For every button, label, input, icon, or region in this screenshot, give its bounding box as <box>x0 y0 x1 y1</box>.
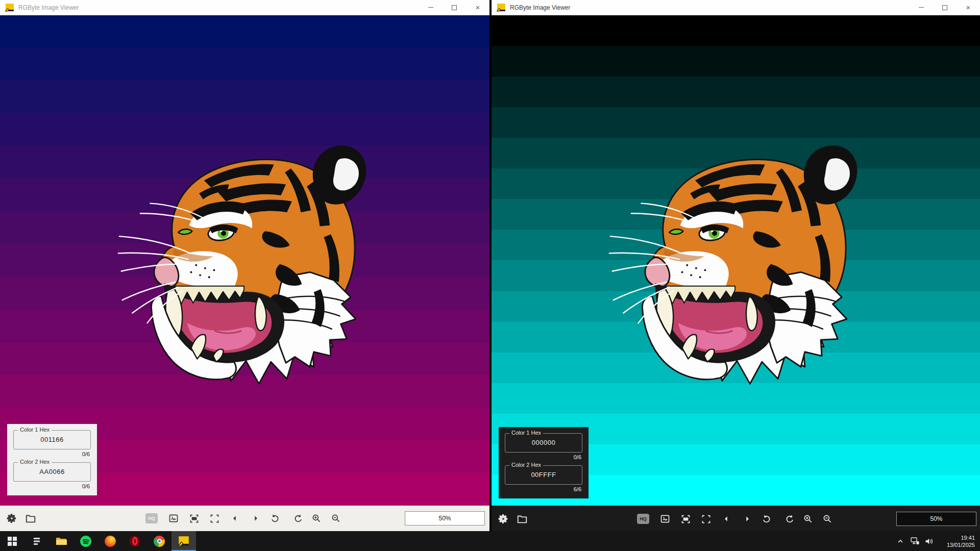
task-view-icon <box>32 537 41 546</box>
color2-char-counter: 6/6 <box>505 486 581 492</box>
next-button[interactable] <box>741 512 754 525</box>
maximize-button[interactable] <box>443 0 466 15</box>
minimize-button[interactable] <box>419 0 443 15</box>
volume-button[interactable] <box>922 531 936 551</box>
opera-button[interactable] <box>122 531 147 551</box>
fit-width-icon <box>189 513 200 524</box>
color2-hex-input[interactable]: AA0066 <box>14 468 90 475</box>
zoom-level-input[interactable]: 50% <box>405 511 485 525</box>
rgbyte-viewer-taskbar-button[interactable] <box>172 531 196 551</box>
titlebar-left[interactable]: RGByte Image Viewer × <box>0 0 489 15</box>
color2-char-counter: 0/6 <box>13 483 90 489</box>
fit-width-icon <box>680 514 691 524</box>
hq-toggle-button[interactable]: HQ <box>145 512 158 525</box>
folder-icon <box>25 513 36 524</box>
rotate-ccw-button[interactable] <box>268 512 282 525</box>
zoom-in-button[interactable] <box>310 512 323 525</box>
open-folder-button[interactable] <box>516 512 529 525</box>
chrome-icon <box>154 536 165 547</box>
image-viewport-left[interactable]: Color 1 Hex 001166 0/6 Color 2 Hex AA006… <box>0 15 489 506</box>
rgbyte-app-icon <box>178 536 189 546</box>
clock[interactable]: 19:41 13/01/2025 <box>939 534 975 548</box>
previous-button[interactable] <box>228 512 241 525</box>
image-info-button[interactable] <box>167 512 180 525</box>
taskbar: 19:41 13/01/2025 <box>0 531 980 551</box>
zoom-out-button[interactable] <box>329 512 342 525</box>
color1-hex-field[interactable]: Color 1 Hex 000000 <box>505 433 582 453</box>
zoom-in-button[interactable] <box>801 512 815 525</box>
zoom-out-icon <box>822 514 832 524</box>
zoom-out-button[interactable] <box>821 512 834 525</box>
color-panel-left: Color 1 Hex 001166 0/6 Color 2 Hex AA006… <box>7 424 97 495</box>
color2-hex-field[interactable]: Color 2 Hex AA0066 <box>13 462 91 482</box>
rotate-ccw-button[interactable] <box>760 512 773 525</box>
hq-toggle-button[interactable]: HQ <box>636 512 650 525</box>
start-button[interactable] <box>0 531 24 551</box>
color2-hex-input[interactable]: 00FFFF <box>505 471 582 479</box>
tray-overflow-button[interactable] <box>893 531 908 551</box>
settings-button[interactable] <box>497 512 510 525</box>
color1-hex-input[interactable]: 001166 <box>14 436 90 443</box>
firefox-button[interactable] <box>98 531 122 551</box>
gear-icon <box>6 513 17 524</box>
color2-hex-label: Color 2 Hex <box>18 459 52 465</box>
color1-char-counter: 0/6 <box>505 454 581 460</box>
image-info-button[interactable] <box>658 512 672 525</box>
file-explorer-button[interactable] <box>49 531 74 551</box>
fit-width-button[interactable] <box>187 512 201 525</box>
color1-hex-label: Color 1 Hex <box>509 430 543 436</box>
toolbar-right: HQ 50% <box>492 506 980 531</box>
fullscreen-button[interactable] <box>208 512 221 525</box>
zoom-in-icon <box>311 513 322 523</box>
maximize-icon <box>452 5 457 10</box>
chevron-right-icon <box>744 515 751 522</box>
close-button[interactable]: × <box>957 0 980 15</box>
rotate-cw-button[interactable] <box>291 512 305 525</box>
close-button[interactable]: × <box>466 0 489 15</box>
image-viewport-right[interactable]: Color 1 Hex 000000 0/6 Color 2 Hex 00FFF… <box>492 15 980 506</box>
task-view-button[interactable] <box>24 531 49 551</box>
spotify-button[interactable] <box>74 531 98 551</box>
next-button[interactable] <box>249 512 262 525</box>
color1-hex-input[interactable]: 000000 <box>505 439 582 446</box>
rotate-cw-button[interactable] <box>783 512 796 525</box>
file-explorer-icon <box>56 537 67 546</box>
open-folder-button[interactable] <box>24 512 37 525</box>
zoom-in-icon <box>803 514 813 524</box>
close-icon: × <box>966 4 971 11</box>
titlebar-right[interactable]: RGByte Image Viewer × <box>492 0 980 15</box>
gear-icon <box>498 513 509 524</box>
fit-width-button[interactable] <box>679 512 692 525</box>
previous-button[interactable] <box>720 512 733 525</box>
firefox-icon <box>105 536 116 547</box>
rotate-cw-icon <box>785 514 795 524</box>
minimize-icon <box>428 7 433 8</box>
zoom-out-icon <box>331 513 341 523</box>
app-logo-icon <box>497 4 506 12</box>
color2-hex-label: Color 2 Hex <box>509 462 543 468</box>
viewer-window-right: RGByte Image Viewer × Color 1 Hex 000000… <box>492 0 980 531</box>
color2-hex-field[interactable]: Color 2 Hex 00FFFF <box>505 465 582 485</box>
zoom-level-input[interactable]: 50% <box>896 512 976 526</box>
chevron-left-icon <box>723 515 730 522</box>
rotate-cw-icon <box>293 513 303 523</box>
color1-hex-field[interactable]: Color 1 Hex 001166 <box>13 430 91 449</box>
picture-icon <box>660 514 670 524</box>
tiger-image <box>606 133 866 388</box>
minimize-button[interactable] <box>910 0 933 15</box>
speaker-icon <box>925 538 933 545</box>
network-button[interactable] <box>908 531 922 551</box>
network-icon <box>911 537 919 545</box>
maximize-button[interactable] <box>933 0 957 15</box>
chevron-right-icon <box>252 515 259 522</box>
color1-hex-label: Color 1 Hex <box>18 427 52 433</box>
fullscreen-button[interactable] <box>699 512 713 525</box>
spotify-icon <box>80 536 91 547</box>
tiger-image <box>115 133 375 388</box>
minimize-icon <box>919 7 924 8</box>
settings-button[interactable] <box>5 512 18 525</box>
chrome-button[interactable] <box>147 531 172 551</box>
rotate-ccw-icon <box>270 513 280 523</box>
chevron-up-icon <box>897 538 903 544</box>
rotate-ccw-icon <box>762 514 772 524</box>
